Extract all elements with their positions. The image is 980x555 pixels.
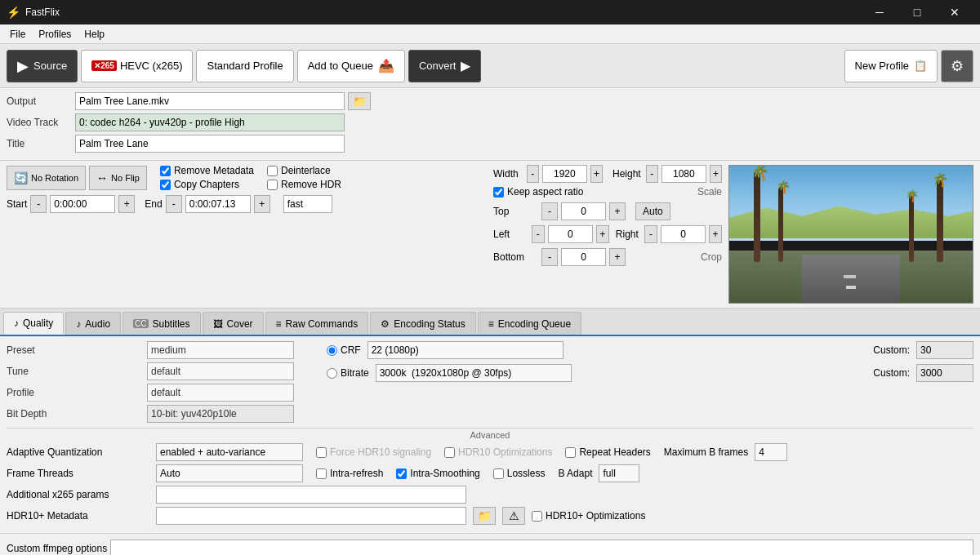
hdr10-plus-opt-label[interactable]: HDR10+ Optimizations <box>532 510 645 522</box>
crf-label[interactable]: CRF <box>327 344 361 356</box>
lossless-label[interactable]: Lossless <box>493 468 546 479</box>
tune-input[interactable] <box>147 362 294 380</box>
bottom-input[interactable] <box>561 248 606 266</box>
custom-crf-input[interactable] <box>916 341 973 359</box>
output-browse-button[interactable]: 📁 <box>348 92 371 110</box>
end-minus-button[interactable]: - <box>166 195 182 213</box>
left-plus-button[interactable]: + <box>596 225 609 243</box>
new-profile-button[interactable]: New Profile 📋 <box>844 50 938 82</box>
force-hdr10-checkbox[interactable] <box>316 447 327 458</box>
height-minus-button[interactable]: - <box>646 165 658 183</box>
crf-radio[interactable] <box>327 345 337 356</box>
keep-aspect-label[interactable]: Keep aspect ratio <box>493 186 583 198</box>
title-input[interactable] <box>75 135 345 153</box>
hdr10-opt-checkbox[interactable] <box>444 447 455 458</box>
top-input[interactable] <box>561 202 606 220</box>
rotation-button[interactable]: 🔄 No Rotation <box>7 166 86 190</box>
right-input[interactable] <box>661 225 706 243</box>
right-plus-button[interactable]: + <box>709 225 722 243</box>
crf-input[interactable] <box>368 341 564 359</box>
settings-button[interactable]: ⚙ <box>941 50 973 82</box>
menu-file[interactable]: File <box>3 27 32 42</box>
height-input[interactable] <box>662 165 706 183</box>
bottom-plus-button[interactable]: + <box>609 248 626 266</box>
repeat-headers-checkbox[interactable] <box>565 447 576 458</box>
auto-button[interactable]: Auto <box>635 202 670 220</box>
bitrate-radio[interactable] <box>327 368 337 379</box>
intra-smoothing-checkbox[interactable] <box>396 468 407 479</box>
height-plus-button[interactable]: + <box>710 165 722 183</box>
intra-refresh-checkbox[interactable] <box>316 468 327 479</box>
add-to-queue-label: Add to Queue <box>308 60 373 72</box>
force-hdr10-label[interactable]: Force HDR10 signaling <box>316 446 431 458</box>
max-b-frames-input[interactable] <box>755 443 787 461</box>
tab-subtitles[interactable]: CC Subtitles <box>122 312 200 335</box>
remove-hdr-row[interactable]: Remove HDR <box>267 179 341 190</box>
right-minus-button[interactable]: - <box>644 225 657 243</box>
additional-x265-input[interactable] <box>156 486 466 504</box>
codec-button[interactable]: ✕265 HEVC (x265) <box>81 50 193 82</box>
tab-encoding-queue[interactable]: ≡ Encoding Queue <box>478 312 581 335</box>
top-plus-button[interactable]: + <box>609 202 626 220</box>
deinterlace-checkbox[interactable] <box>267 166 278 176</box>
tab-quality[interactable]: ♪ Quality <box>3 312 64 335</box>
end-input[interactable] <box>185 195 251 213</box>
hdr10-metadata-input[interactable] <box>156 507 466 525</box>
hdr10-warning-button[interactable]: ⚠ <box>502 507 525 525</box>
profile-input[interactable] <box>147 384 294 402</box>
output-input[interactable] <box>75 92 345 110</box>
copy-chapters-row[interactable]: Copy Chapters <box>160 179 254 190</box>
bottom-minus-button[interactable]: - <box>541 248 558 266</box>
tab-audio[interactable]: ♪ Audio <box>65 312 121 335</box>
add-to-queue-button[interactable]: Add to Queue 📤 <box>297 50 405 82</box>
width-minus-button[interactable]: - <box>527 165 539 183</box>
tab-cover[interactable]: 🖼 Cover <box>203 312 264 335</box>
width-input[interactable] <box>542 165 587 183</box>
tab-raw-label: Raw Commands <box>286 318 359 330</box>
remove-hdr-checkbox[interactable] <box>267 180 278 190</box>
close-button[interactable]: ✕ <box>936 0 973 24</box>
menu-profiles[interactable]: Profiles <box>32 27 78 42</box>
keep-aspect-checkbox[interactable] <box>493 187 504 198</box>
convert-button[interactable]: Convert ▶ <box>408 50 482 82</box>
start-input[interactable] <box>50 195 115 213</box>
custom-bitrate-label: Custom: <box>873 367 910 379</box>
bit-depth-input[interactable] <box>147 405 294 423</box>
left-input[interactable] <box>548 225 593 243</box>
flip-button[interactable]: ↔ No Flip <box>89 166 147 190</box>
custom-bitrate-input[interactable] <box>916 364 973 382</box>
source-button[interactable]: ▶ Source <box>7 50 78 82</box>
tab-encoding-status[interactable]: ⚙ Encoding Status <box>370 312 475 335</box>
adaptive-q-input[interactable] <box>156 443 303 461</box>
hdr10-browse-button[interactable]: 📁 <box>473 507 496 525</box>
maximize-button[interactable]: □ <box>898 0 936 24</box>
frame-threads-input[interactable] <box>156 464 303 482</box>
top-minus-button[interactable]: - <box>541 202 558 220</box>
width-plus-button[interactable]: + <box>590 165 603 183</box>
hdr10-plus-opt-checkbox[interactable] <box>532 511 542 522</box>
intra-smoothing-label[interactable]: Intra-Smoothing <box>396 468 479 479</box>
start-plus-button[interactable]: + <box>118 195 135 213</box>
lossless-checkbox[interactable] <box>493 468 504 479</box>
end-plus-button[interactable]: + <box>254 195 270 213</box>
preset-input[interactable] <box>147 341 294 359</box>
hdr10-opt-label[interactable]: HDR10 Optimizations <box>444 446 552 458</box>
deinterlace-row[interactable]: Deinterlace <box>267 165 341 176</box>
repeat-headers-label[interactable]: Repeat Headers <box>565 446 650 458</box>
left-minus-button[interactable]: - <box>532 225 545 243</box>
bitrate-input[interactable] <box>376 364 572 382</box>
menu-help[interactable]: Help <box>78 27 111 42</box>
minimize-button[interactable]: ─ <box>861 0 898 24</box>
speed-input[interactable] <box>283 195 332 213</box>
start-minus-button[interactable]: - <box>30 195 47 213</box>
bitrate-label[interactable]: Bitrate <box>327 367 369 379</box>
copy-chapters-checkbox[interactable] <box>160 180 171 190</box>
standard-profile-button[interactable]: Standard Profile <box>196 50 293 82</box>
tab-raw-commands[interactable]: ≡ Raw Commands <box>265 312 369 335</box>
custom-ffmpeg-input[interactable] <box>110 539 973 555</box>
intra-refresh-label[interactable]: Intra-refresh <box>316 468 383 479</box>
b-adapt-input[interactable] <box>599 464 639 482</box>
video-track-input[interactable] <box>75 113 345 131</box>
remove-metadata-checkbox[interactable] <box>160 166 171 176</box>
remove-metadata-row[interactable]: Remove Metadata <box>160 165 254 176</box>
